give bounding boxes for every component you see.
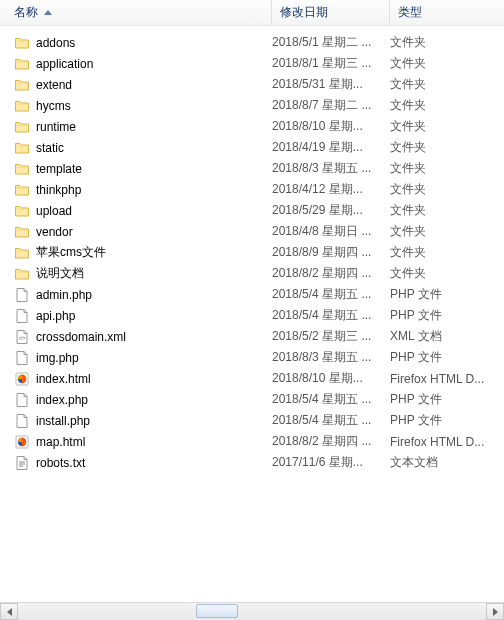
file-name-cell: index.php [14, 392, 272, 408]
file-name-cell: runtime [14, 119, 272, 135]
file-date-cell: 2018/5/31 星期... [272, 76, 390, 93]
file-date-cell: 2018/5/29 星期... [272, 202, 390, 219]
file-type-cell: 文本文档 [390, 454, 504, 471]
file-type-cell: 文件夹 [390, 97, 504, 114]
column-header-row: 名称 修改日期 类型 [0, 0, 504, 26]
file-date-cell: 2018/8/3 星期五 ... [272, 160, 390, 177]
file-row[interactable]: map.html2018/8/2 星期四 ...Firefox HTML D..… [0, 431, 504, 452]
folder-icon [14, 245, 30, 261]
column-header-date[interactable]: 修改日期 [272, 0, 390, 25]
firefox-icon [14, 434, 30, 450]
php-icon [14, 350, 30, 366]
file-row[interactable]: admin.php2018/5/4 星期五 ...PHP 文件 [0, 284, 504, 305]
file-row[interactable]: robots.txt2017/11/6 星期...文本文档 [0, 452, 504, 473]
file-type-cell: PHP 文件 [390, 412, 504, 429]
file-row[interactable]: img.php2018/8/3 星期五 ...PHP 文件 [0, 347, 504, 368]
file-name-cell: img.php [14, 350, 272, 366]
column-header-type[interactable]: 类型 [390, 0, 504, 25]
file-row[interactable]: hycms2018/8/7 星期二 ...文件夹 [0, 95, 504, 116]
file-type-cell: Firefox HTML D... [390, 435, 504, 449]
folder-icon [14, 266, 30, 282]
folder-icon [14, 140, 30, 156]
file-date-cell: 2018/8/3 星期五 ... [272, 349, 390, 366]
file-name-label: install.php [36, 414, 90, 428]
file-type-cell: 文件夹 [390, 139, 504, 156]
file-row[interactable]: </>crossdomain.xml2018/5/2 星期三 ...XML 文档 [0, 326, 504, 347]
file-name-label: 苹果cms文件 [36, 244, 106, 261]
file-name-label: static [36, 141, 64, 155]
file-name-label: extend [36, 78, 72, 92]
file-date-cell: 2018/8/2 星期四 ... [272, 433, 390, 450]
sort-ascending-icon [44, 10, 52, 15]
file-row[interactable]: runtime2018/8/10 星期...文件夹 [0, 116, 504, 137]
file-row[interactable]: static2018/4/19 星期...文件夹 [0, 137, 504, 158]
file-row[interactable]: template2018/8/3 星期五 ...文件夹 [0, 158, 504, 179]
folder-icon [14, 35, 30, 51]
folder-icon [14, 203, 30, 219]
php-icon [14, 308, 30, 324]
file-row[interactable]: thinkphp2018/4/12 星期...文件夹 [0, 179, 504, 200]
horizontal-scrollbar[interactable] [0, 602, 504, 620]
file-name-cell: application [14, 56, 272, 72]
file-name-label: runtime [36, 120, 76, 134]
file-date-cell: 2018/8/10 星期... [272, 370, 390, 387]
folder-icon [14, 119, 30, 135]
scrollbar-thumb[interactable] [196, 604, 238, 618]
file-date-cell: 2018/4/12 星期... [272, 181, 390, 198]
file-date-cell: 2018/8/7 星期二 ... [272, 97, 390, 114]
file-row[interactable]: upload2018/5/29 星期...文件夹 [0, 200, 504, 221]
file-name-cell: admin.php [14, 287, 272, 303]
php-icon [14, 413, 30, 429]
file-type-cell: 文件夹 [390, 265, 504, 282]
file-row[interactable]: api.php2018/5/4 星期五 ...PHP 文件 [0, 305, 504, 326]
scroll-left-button[interactable] [0, 603, 18, 620]
file-date-cell: 2018/5/4 星期五 ... [272, 391, 390, 408]
file-name-label: map.html [36, 435, 85, 449]
column-header-name[interactable]: 名称 [0, 0, 272, 25]
file-date-cell: 2018/4/8 星期日 ... [272, 223, 390, 240]
file-row[interactable]: 说明文档2018/8/2 星期四 ...文件夹 [0, 263, 504, 284]
file-name-label: thinkphp [36, 183, 81, 197]
file-name-cell: install.php [14, 413, 272, 429]
file-date-cell: 2018/8/1 星期三 ... [272, 55, 390, 72]
file-type-cell: PHP 文件 [390, 307, 504, 324]
file-name-label: template [36, 162, 82, 176]
file-row[interactable]: index.html2018/8/10 星期...Firefox HTML D.… [0, 368, 504, 389]
firefox-icon [14, 371, 30, 387]
file-row[interactable]: vendor2018/4/8 星期日 ...文件夹 [0, 221, 504, 242]
file-date-cell: 2018/8/9 星期四 ... [272, 244, 390, 261]
file-name-cell: index.html [14, 371, 272, 387]
file-name-cell: extend [14, 77, 272, 93]
file-row[interactable]: 苹果cms文件2018/8/9 星期四 ...文件夹 [0, 242, 504, 263]
file-name-label: robots.txt [36, 456, 85, 470]
file-row[interactable]: application2018/8/1 星期三 ...文件夹 [0, 53, 504, 74]
file-type-cell: 文件夹 [390, 76, 504, 93]
file-name-cell: 苹果cms文件 [14, 244, 272, 261]
php-icon [14, 287, 30, 303]
file-date-cell: 2018/5/2 星期三 ... [272, 328, 390, 345]
file-date-cell: 2018/8/10 星期... [272, 118, 390, 135]
php-icon [14, 392, 30, 408]
file-name-cell: thinkphp [14, 182, 272, 198]
file-type-cell: 文件夹 [390, 55, 504, 72]
file-date-cell: 2018/8/2 星期四 ... [272, 265, 390, 282]
xml-icon: </> [14, 329, 30, 345]
file-row[interactable]: addons2018/5/1 星期二 ...文件夹 [0, 32, 504, 53]
file-row[interactable]: install.php2018/5/4 星期五 ...PHP 文件 [0, 410, 504, 431]
folder-icon [14, 56, 30, 72]
file-row[interactable]: extend2018/5/31 星期...文件夹 [0, 74, 504, 95]
folder-icon [14, 98, 30, 114]
column-name-label: 名称 [14, 4, 38, 21]
folder-icon [14, 224, 30, 240]
file-row[interactable]: index.php2018/5/4 星期五 ...PHP 文件 [0, 389, 504, 410]
file-type-cell: 文件夹 [390, 244, 504, 261]
txt-icon [14, 455, 30, 471]
file-name-cell: addons [14, 35, 272, 51]
file-name-cell: hycms [14, 98, 272, 114]
file-type-cell: 文件夹 [390, 160, 504, 177]
arrow-right-icon [493, 608, 498, 616]
file-name-label: index.php [36, 393, 88, 407]
scroll-right-button[interactable] [486, 603, 504, 620]
scrollbar-track[interactable] [18, 603, 486, 620]
file-type-cell: 文件夹 [390, 34, 504, 51]
